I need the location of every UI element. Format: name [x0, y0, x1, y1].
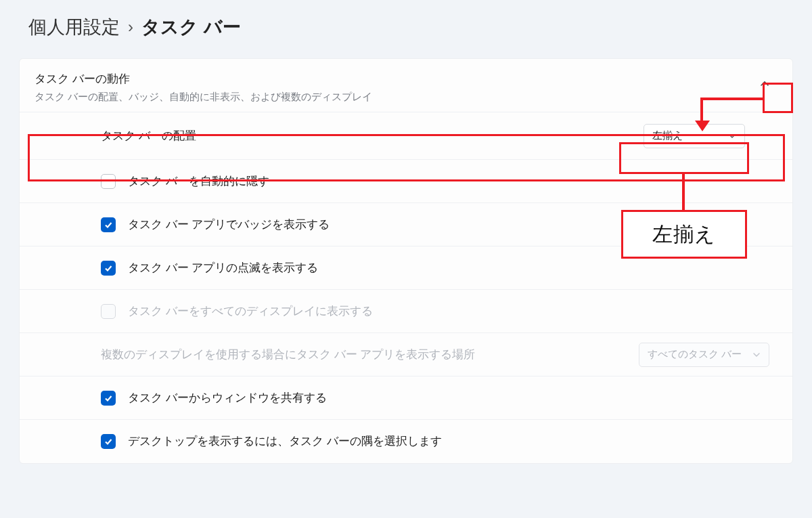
breadcrumb-separator: ›: [128, 18, 133, 37]
alldisplay-row: タスク バーをすべてのディスプレイに表示する: [20, 290, 792, 333]
multidisplay-label: 複数のディスプレイを使用する場合にタスク バー アプリを表示する場所: [101, 347, 475, 362]
badge-label: タスク バー アプリでバッジを表示する: [128, 217, 330, 232]
breadcrumb-parent[interactable]: 個人用設定: [28, 15, 120, 39]
collapse-section-button[interactable]: [752, 71, 777, 97]
taskbar-alignment-row: タスク バーの配置 左揃え: [20, 112, 792, 160]
autohide-row: タスク バーを自動的に隠す: [20, 160, 792, 203]
multidisplay-row: 複数のディスプレイを使用する場合にタスク バー アプリを表示する場所 すべてのタ…: [20, 333, 792, 376]
taskbar-alignment-value: 左揃え: [652, 129, 683, 142]
chevron-down-icon: [728, 132, 736, 140]
taskbar-alignment-dropdown[interactable]: 左揃え: [644, 124, 745, 148]
flash-checkbox[interactable]: [101, 261, 116, 276]
chevron-up-icon: [759, 79, 770, 89]
breadcrumb-current: タスク バー: [141, 15, 241, 39]
multidisplay-value: すべてのタスク バー: [648, 348, 742, 361]
sharewin-label: タスク バーからウィンドウを共有する: [128, 391, 327, 406]
sharewin-checkbox[interactable]: [101, 391, 116, 406]
autohide-checkbox[interactable]: [101, 174, 116, 189]
anno-callout-left-align: 左揃え: [621, 210, 747, 259]
taskbar-behavior-panel: タスク バーの動作 タスク バーの配置、バッジ、自動的に非表示、および複数のディ…: [19, 58, 793, 464]
showdesk-label: デスクトップを表示するには、タスク バーの隅を選択します: [128, 434, 442, 449]
showdesk-row: デスクトップを表示するには、タスク バーの隅を選択します: [20, 420, 792, 463]
alldisplay-checkbox: [101, 304, 116, 319]
autohide-label: タスク バーを自動的に隠す: [128, 174, 269, 189]
chevron-down-icon: [752, 351, 761, 359]
section-subtitle: タスク バーの配置、バッジ、自動的に非表示、および複数のディスプレイ: [35, 91, 372, 104]
taskbar-alignment-label: タスク バーの配置: [101, 129, 196, 144]
badge-checkbox[interactable]: [101, 217, 116, 232]
showdesk-checkbox[interactable]: [101, 434, 116, 449]
alldisplay-label: タスク バーをすべてのディスプレイに表示する: [128, 304, 373, 319]
breadcrumb: 個人用設定 › タスク バー: [19, 15, 793, 39]
section-header-titles: タスク バーの動作 タスク バーの配置、バッジ、自動的に非表示、および複数のディ…: [35, 71, 372, 104]
multidisplay-dropdown: すべてのタスク バー: [639, 343, 769, 367]
callout-text: 左揃え: [652, 221, 716, 249]
sharewin-row: タスク バーからウィンドウを共有する: [20, 376, 792, 420]
section-title: タスク バーの動作: [35, 71, 372, 87]
flash-label: タスク バー アプリの点滅を表示する: [128, 261, 318, 276]
